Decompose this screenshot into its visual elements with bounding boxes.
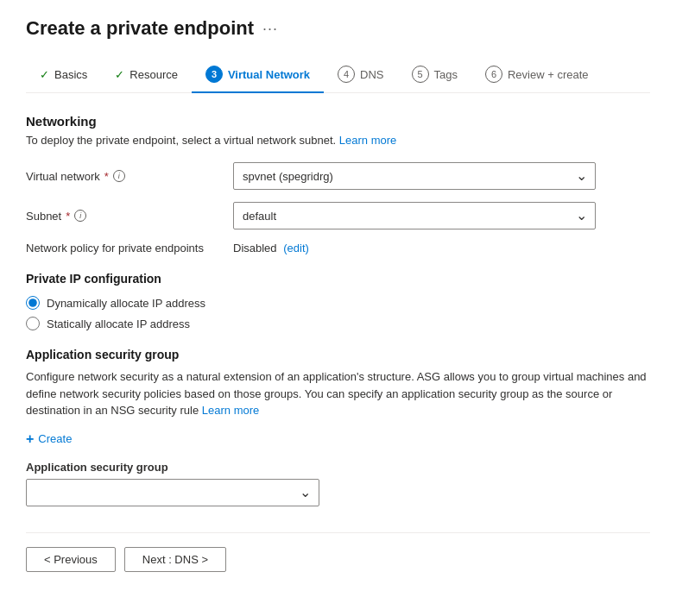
tab-resource-label: Resource	[130, 68, 178, 81]
edit-policy-link[interactable]: (edit)	[283, 242, 309, 255]
ip-config-section: Private IP configuration Dynamically all…	[26, 272, 650, 330]
learn-more-link[interactable]: Learn more	[339, 134, 396, 147]
tab-dns[interactable]: 4 DNS	[324, 57, 397, 93]
tab-basics[interactable]: ✓ Basics	[26, 60, 101, 91]
networking-section: Networking To deploy the private endpoin…	[26, 114, 650, 255]
tab-review-create-label: Review + create	[508, 68, 589, 81]
more-options-icon[interactable]: ···	[262, 20, 278, 38]
footer: < Previous Next : DNS >	[26, 532, 650, 572]
checkmark-icon: ✓	[40, 68, 49, 81]
radio-static[interactable]	[26, 317, 40, 330]
virtual-network-control: spvnet (spegridrg)	[233, 162, 596, 190]
networking-description: To deploy the private endpoint, select a…	[26, 134, 650, 147]
wizard-tabs: ✓ Basics ✓ Resource 3 Virtual Network 4 …	[26, 57, 650, 93]
page-title: Create a private endpoint	[26, 17, 254, 40]
radio-dynamic-row[interactable]: Dynamically allocate IP address	[26, 296, 650, 310]
virtual-network-label: Virtual network * i	[26, 170, 233, 183]
create-asg-button[interactable]: + Create	[26, 431, 72, 447]
create-asg-label: Create	[38, 432, 72, 445]
tab-tags-label: Tags	[434, 68, 458, 81]
tab-virtual-network[interactable]: 3 Virtual Network	[192, 57, 324, 93]
asg-select[interactable]	[26, 479, 319, 506]
info-icon-vnet[interactable]: i	[113, 170, 125, 182]
subnet-select[interactable]: default	[233, 202, 596, 229]
required-indicator: *	[104, 170, 109, 183]
step-circle-dns: 4	[338, 66, 355, 83]
asg-group-field: Application security group	[26, 461, 650, 506]
virtual-network-select[interactable]: spvnet (spegridrg)	[233, 162, 596, 190]
radio-dynamic-label[interactable]: Dynamically allocate IP address	[47, 297, 205, 310]
network-policy-label: Network policy for private endpoints	[26, 242, 233, 255]
step-circle-active: 3	[205, 66, 223, 83]
tab-resource[interactable]: ✓ Resource	[101, 60, 192, 91]
step-circle-review: 6	[485, 66, 502, 83]
tab-dns-label: DNS	[360, 68, 383, 81]
radio-static-label[interactable]: Statically allocate IP address	[47, 317, 190, 330]
required-indicator-subnet: *	[66, 210, 70, 223]
tab-basics-label: Basics	[54, 68, 87, 81]
info-icon-subnet[interactable]: i	[74, 210, 86, 222]
radio-dynamic[interactable]	[26, 296, 40, 310]
radio-static-row[interactable]: Statically allocate IP address	[26, 317, 650, 330]
asg-select-wrapper	[26, 479, 319, 506]
networking-title: Networking	[26, 114, 650, 129]
asg-description: Configure network security as a natural …	[26, 368, 650, 419]
asg-section: Application security group Configure net…	[26, 348, 650, 506]
ip-config-title: Private IP configuration	[26, 272, 650, 286]
asg-group-label: Application security group	[26, 461, 650, 474]
step-circle-tags: 5	[412, 66, 429, 83]
next-button[interactable]: Next : DNS >	[124, 547, 226, 572]
network-policy-value: Disabled (edit)	[233, 242, 309, 255]
previous-button[interactable]: < Previous	[26, 547, 116, 572]
asg-title: Application security group	[26, 348, 650, 361]
tab-review-create[interactable]: 6 Review + create	[471, 57, 603, 93]
tab-tags[interactable]: 5 Tags	[398, 57, 471, 93]
asg-learn-more-link[interactable]: Learn more	[202, 404, 259, 417]
plus-icon: +	[26, 431, 34, 447]
tab-virtual-network-label: Virtual Network	[228, 68, 310, 81]
subnet-row: Subnet * i default	[26, 202, 650, 229]
subnet-control: default	[233, 202, 596, 229]
checkmark-icon: ✓	[115, 68, 124, 81]
virtual-network-row: Virtual network * i spvnet (spegridrg)	[26, 162, 650, 190]
network-policy-row: Network policy for private endpoints Dis…	[26, 242, 650, 255]
subnet-label: Subnet * i	[26, 210, 233, 223]
